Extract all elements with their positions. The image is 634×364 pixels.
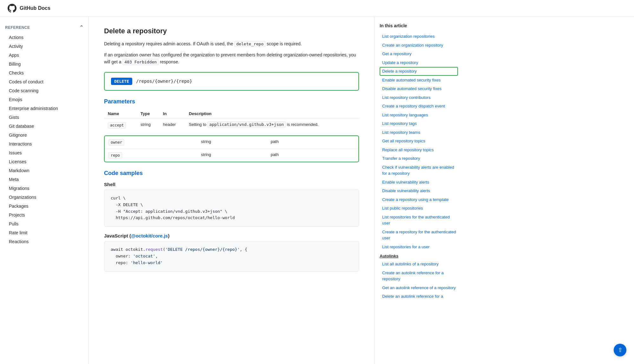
toc-item[interactable]: List repository contributors <box>380 93 458 102</box>
toc-item[interactable]: Enable vulnerability alerts <box>380 178 458 187</box>
site-title: GitHub Docs <box>20 5 50 11</box>
params-table-body: accept string header Setting to applicat… <box>104 119 359 132</box>
toc-item[interactable]: Get an autolink reference of a repositor… <box>380 283 458 292</box>
highlighted-params: owner string path repo string path <box>104 135 359 162</box>
js-code-block: await octokit.request('DELETE /repos/{ow… <box>104 241 359 271</box>
octokit-link[interactable]: @octokit/core.js <box>131 233 168 238</box>
sidebar-item[interactable]: Gists <box>0 113 88 122</box>
description-paragraph-1: Deleting a repository requires admin acc… <box>104 40 359 48</box>
js-label: JavaScript (@octokit/core.js) <box>104 233 359 238</box>
param-name-cell: repo <box>105 149 197 162</box>
sidebar-item[interactable]: Pulls <box>0 219 88 228</box>
scroll-top-button[interactable]: ⇧ <box>614 344 626 356</box>
toc-item[interactable]: Create a repository for the authenticate… <box>380 228 458 243</box>
toc-items: List organization repositoriesCreate an … <box>380 32 458 301</box>
param-description <box>329 136 358 149</box>
sidebar-item[interactable]: Packages <box>0 202 88 211</box>
param-in: path <box>267 136 328 149</box>
main-content: Delete a repository Deleting a repositor… <box>89 17 374 364</box>
highlighted-params-body: owner string path repo string path <box>105 136 358 162</box>
sidebar-item[interactable]: Codes of conduct <box>0 77 88 86</box>
sidebar-item[interactable]: Git database <box>0 122 88 131</box>
sidebar-item[interactable]: Emojis <box>0 95 88 104</box>
toc-item[interactable]: List organization repositories <box>380 32 458 41</box>
sidebar-item[interactable]: Checks <box>0 68 88 77</box>
col-in: In <box>159 109 185 119</box>
toc-item[interactable]: Check if vulnerability alerts are enable… <box>380 163 458 178</box>
param-name-repo: repo <box>108 152 122 159</box>
sidebar-item[interactable]: Gitignore <box>0 131 88 140</box>
toc-item[interactable]: Delete an autolink reference for a <box>380 292 458 301</box>
sidebar-item[interactable]: Markdown <box>0 166 88 175</box>
table-row: owner string path <box>105 136 358 149</box>
param-type: string <box>197 149 267 162</box>
shell-code-block: curl \ -X DELETE \ -H "Accept: applicati… <box>104 190 359 227</box>
params-table: Name Type In Description accept string h… <box>104 109 359 132</box>
toc-item[interactable]: List public repositories <box>380 204 458 213</box>
js-label-text: JavaScript <box>104 233 128 238</box>
toc-title: In this article <box>380 23 458 28</box>
sidebar-item[interactable]: Organizations <box>0 193 88 202</box>
param-in: header <box>159 119 185 132</box>
page-title: Delete a repository <box>104 27 359 35</box>
sidebar-item[interactable]: Apps <box>0 51 88 60</box>
layout: REFERENCE ⌃ ActionsActivityAppsBillingCh… <box>0 17 634 364</box>
toc-item[interactable]: Disable vulnerability alerts <box>380 186 458 195</box>
param-description: Setting to application/vnd.github.v3+jso… <box>185 119 359 132</box>
param-name-cell: accept <box>104 119 137 132</box>
endpoint-box: DELETE /repos/{owner}/{repo} <box>104 72 359 91</box>
highlighted-params-table: owner string path repo string path <box>105 136 358 162</box>
sidebar-item[interactable]: Meta <box>0 175 88 184</box>
sidebar-item[interactable]: Code scanning <box>0 86 88 95</box>
logo-area[interactable]: GitHub Docs <box>8 4 50 13</box>
toc-item[interactable]: List repository tags <box>380 119 458 128</box>
toc-item[interactable]: Get all repository topics <box>380 137 458 146</box>
param-description <box>329 149 358 162</box>
toc-item[interactable]: Transfer a repository <box>380 154 458 163</box>
toc-item[interactable]: Create a repository using a template <box>380 195 458 204</box>
toc-item[interactable]: Create an organization repository <box>380 41 458 50</box>
sidebar-section-label: REFERENCE <box>5 25 30 30</box>
col-description: Description <box>185 109 359 119</box>
toc-item[interactable]: Replace all repository topics <box>380 146 458 154</box>
toc-item[interactable]: List repositories for a user <box>380 243 458 251</box>
sidebar-item[interactable]: Reactions <box>0 237 88 246</box>
sidebar-item[interactable]: Projects <box>0 211 88 219</box>
param-type: string <box>137 119 159 132</box>
sidebar-item[interactable]: Billing <box>0 60 88 68</box>
sidebar-item[interactable]: Actions <box>0 33 88 42</box>
table-row: accept string header Setting to applicat… <box>104 119 359 132</box>
sidebar-item[interactable]: Issues <box>0 148 88 157</box>
delete-repo-code: delete_repo <box>234 41 265 47</box>
param-type: string <box>197 136 267 149</box>
toc-item[interactable]: List all autolinks of a repository <box>380 260 458 269</box>
toc-item[interactable]: Create a repository dispatch event <box>380 102 458 111</box>
sidebar-item[interactable]: Rate limit <box>0 228 88 237</box>
toc-item[interactable]: Create an autolink reference for a repos… <box>380 269 458 283</box>
toc-item[interactable]: Disable automated security fixes <box>380 84 458 93</box>
github-icon <box>8 4 16 13</box>
parameters-section-title[interactable]: Parameters <box>104 98 359 105</box>
param-in: path <box>267 149 328 162</box>
right-sidebar: In this article List organization reposi… <box>374 17 463 364</box>
sidebar-item[interactable]: Interactions <box>0 140 88 148</box>
sidebar-item[interactable]: Licenses <box>0 157 88 166</box>
toc-item[interactable]: List repository teams <box>380 128 458 137</box>
sidebar-item[interactable]: Enterprise administration <box>0 104 88 113</box>
desc1b-text: scope is required. <box>267 41 302 46</box>
accept-value-code: application/vnd.github.v3+json <box>207 121 286 127</box>
scroll-top-icon: ⇧ <box>618 347 623 354</box>
toc-item[interactable]: Enable automated security fixes <box>380 76 458 85</box>
sidebar-item[interactable]: Migrations <box>0 184 88 193</box>
toc-item[interactable]: Get a repository <box>380 49 458 58</box>
collapse-icon[interactable]: ⌃ <box>79 24 84 30</box>
forbidden-code: 403 Forbidden <box>122 59 159 65</box>
params-table-header: Name Type In Description <box>104 109 359 119</box>
sidebar-item[interactable]: Activity <box>0 42 88 51</box>
toc-item[interactable]: List repository languages <box>380 111 458 120</box>
toc-item[interactable]: Update a repository <box>380 58 458 67</box>
toc-item[interactable]: List repositories for the authenticated … <box>380 213 458 228</box>
sidebar-section-header: REFERENCE ⌃ <box>0 22 88 33</box>
toc-item[interactable]: Delete a repository <box>380 67 458 76</box>
code-samples-section-title[interactable]: Code samples <box>104 170 359 177</box>
